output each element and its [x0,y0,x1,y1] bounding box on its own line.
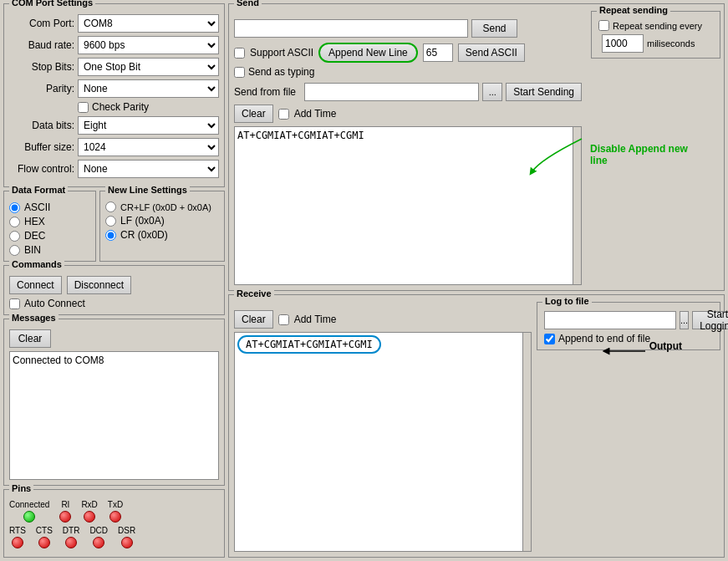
receive-scrollbar[interactable] [523,332,532,552]
output-annotation: Output [649,340,682,352]
led-dcd [93,537,104,548]
append-to-end-checkbox[interactable] [544,334,555,344]
buffer-size-select[interactable]: 1024 [78,138,219,156]
check-parity-checkbox[interactable] [78,102,89,113]
lf-label: LF (0x0A) [120,215,165,227]
send-group: Send Repeat sending Repeat sending every… [228,3,725,291]
bin-label: BIN [24,244,41,256]
start-logging-button[interactable]: Start Logging [692,311,728,329]
send-as-typing-checkbox[interactable] [234,67,245,78]
messages-title: Messages [9,313,59,323]
pin-ri: RI [59,500,71,523]
led-rxd [84,511,95,523]
parity-select[interactable]: None [78,79,219,98]
led-rts [12,537,23,548]
repeat-unit-label: miliseconds [647,38,695,48]
pin-txd-label: TxD [108,500,123,509]
send-file-input[interactable] [304,83,479,101]
repeat-checkbox[interactable] [598,20,609,31]
browse-send-file-button[interactable]: ... [482,83,502,101]
send-text-input[interactable]: AT+CGMI [234,19,468,38]
crlf-radio[interactable] [105,201,116,212]
pin-dtr: DTR [63,526,80,548]
hex-radio[interactable] [9,217,20,227]
stop-bits-select[interactable]: One Stop Bit [78,58,219,76]
send-content-text: AT+CGMIAT+CGMIAT+CGMI [237,130,364,141]
pin-rxd: RxD [81,500,97,523]
led-txd [109,511,121,523]
data-bits-label: Data bits: [9,120,74,131]
pin-dtr-label: DTR [63,526,80,535]
flow-control-label: Flow control: [9,163,74,175]
receive-title: Receive [234,288,274,298]
receive-group: Receive Log to file ... Start Logging Ap… [228,294,725,558]
messages-group: Messages Clear Connected to COM8 [3,319,225,486]
pin-dcd: DCD [89,526,108,548]
append-to-end-label: Append to end of file [558,333,650,344]
send-title: Send [234,0,262,8]
messages-content: Connected to COM8 [9,351,219,480]
com-port-select[interactable]: COM8 [78,14,219,33]
ascii-label: ASCII [24,201,50,213]
pin-ri-label: RI [61,500,69,509]
bin-radio[interactable] [9,245,20,256]
pin-rxd-label: RxD [81,500,97,509]
pin-dcd-label: DCD [89,526,108,535]
led-connected [23,511,35,523]
support-ascii-checkbox[interactable] [234,48,245,59]
append-annotation: Disable Append newline [590,143,715,166]
led-dsr [121,537,133,548]
send-from-file-label: Send from file [234,86,301,98]
pin-connected: Connected [9,500,49,523]
output-arrow [599,344,649,370]
commands-title: Commands [9,259,64,269]
repeat-interval-input[interactable] [602,34,644,53]
pin-connected-label: Connected [9,500,49,509]
pin-cts-label: CTS [36,526,53,535]
send-content-area[interactable]: AT+CGMIAT+CGMIAT+CGMI [234,126,573,285]
send-scrollbar[interactable] [573,126,582,285]
baud-rate-select[interactable]: 9600 bps [78,36,219,54]
dec-radio[interactable] [9,231,20,242]
pins-group: Pins Connected RI RxD [3,489,225,558]
disconnect-button[interactable]: Disconnect [67,276,131,294]
cr-label: CR (0x0D) [120,229,168,241]
send-button[interactable]: Send [471,19,517,38]
led-cts [38,537,50,548]
send-ascii-button[interactable]: Send ASCII [458,43,525,62]
ascii-value-input[interactable] [423,43,453,62]
commands-group: Commands Connect Disconnect Auto Connect [3,265,225,315]
hex-label: HEX [24,216,45,227]
repeat-label: Repeat sending every [613,21,702,31]
pin-rts: RTS [9,526,26,548]
new-line-settings-title: New Line Settings [105,185,190,195]
messages-clear-button[interactable]: Clear [9,329,51,348]
repeat-sending-group: Repeat sending Repeat sending every mili… [591,11,720,59]
cr-radio[interactable] [105,230,116,241]
receive-content-area[interactable]: AT+CGMIAT+CGMIAT+CGMI [234,332,523,552]
output-label: Output [649,340,682,352]
receive-add-time-checkbox[interactable] [278,314,289,325]
parity-label: Parity: [9,83,74,94]
send-clear-button[interactable]: Clear [234,105,273,123]
data-bits-select[interactable]: Eight [78,116,219,135]
flow-control-select[interactable]: None [78,160,219,178]
log-file-input[interactable] [544,311,676,329]
send-as-typing-label: Send as typing [248,66,314,78]
auto-connect-checkbox[interactable] [9,298,20,309]
lf-radio[interactable] [105,216,116,227]
pin-dsr-label: DSR [118,526,135,535]
log-to-file-group: Log to file ... Start Logging Append to … [537,302,720,350]
new-line-settings-group: New Line Settings CR+LF (0x0D + 0x0A) LF… [99,191,225,262]
baud-rate-label: Baud rate: [9,39,74,51]
receive-clear-button[interactable]: Clear [234,310,273,329]
append-new-line-button[interactable]: Append New Line [318,43,418,63]
start-sending-button[interactable]: Start Sending [506,83,582,101]
send-add-time-checkbox[interactable] [278,109,289,120]
data-format-title: Data Format [9,185,68,195]
pin-dsr: DSR [118,526,135,548]
connect-button[interactable]: Connect [9,276,62,294]
browse-log-file-button[interactable]: ... [680,311,689,329]
repeat-sending-title: Repeat sending [597,5,670,15]
ascii-radio[interactable] [9,202,20,213]
